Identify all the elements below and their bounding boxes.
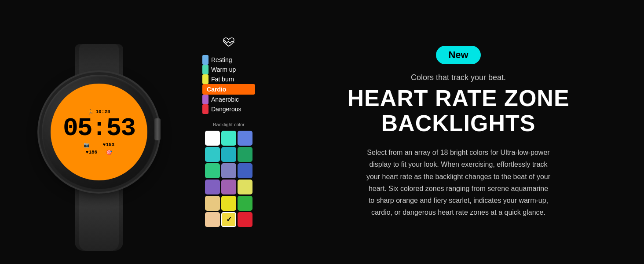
zone-label-anaerobic: Anaerobic: [211, 96, 239, 103]
color-cell-9[interactable]: [205, 180, 220, 194]
text-section: New Colors that track your beat. HEART R…: [273, 28, 644, 236]
color-cell-7[interactable]: [221, 163, 236, 178]
zone-color-dangerous: [202, 104, 209, 114]
watch-screen: 🏃 10:28 05:53 📷 ♥153 ♥186 🎯: [51, 84, 147, 180]
color-cell-13[interactable]: [221, 196, 236, 211]
watch-bottom-row: ♥186 🎯: [86, 150, 112, 155]
color-cell-4[interactable]: [221, 147, 236, 162]
color-cell-16[interactable]: [221, 212, 236, 227]
watch-wrapper: 🏃 10:28 05:53 📷 ♥153 ♥186 🎯: [20, 18, 178, 246]
color-cell-6[interactable]: [205, 163, 220, 178]
color-cell-11[interactable]: [238, 180, 252, 194]
zone-label-warmup: Warm up: [211, 66, 236, 73]
zone-color-resting: [202, 55, 209, 65]
zone-item-warmup[interactable]: Warm up: [202, 65, 255, 74]
zone-label-fatburn: Fat burn: [211, 76, 234, 83]
zone-item-fatburn[interactable]: Fat burn: [202, 74, 255, 84]
color-cell-14[interactable]: [238, 196, 252, 211]
zone-item-dangerous[interactable]: Dangerous: [202, 104, 255, 114]
color-cell-17[interactable]: [238, 212, 252, 227]
subtitle: Colors that track your beat.: [411, 73, 506, 82]
backlight-label: Backlight color: [213, 122, 245, 127]
zone-item-anaerobic[interactable]: Anaerobic: [202, 95, 255, 104]
color-cell-10[interactable]: [221, 180, 236, 194]
color-cell-8[interactable]: [238, 163, 252, 178]
zones-list: Resting Warm up Fat burn Cardio Anaerobi…: [202, 55, 255, 114]
color-cell-0[interactable]: [205, 131, 220, 146]
zones-section: Resting Warm up Fat burn Cardio Anaerobi…: [185, 0, 273, 264]
page-container: 🏃 10:28 05:53 📷 ♥153 ♥186 🎯: [0, 0, 644, 264]
watch-time-big: 05:53: [63, 116, 135, 141]
color-cell-5[interactable]: [238, 147, 252, 162]
color-cell-1[interactable]: [221, 131, 236, 146]
color-cell-3[interactable]: [205, 147, 220, 162]
description: Select from an array of 18 bright colors…: [366, 147, 551, 218]
heart-rate-icon: [223, 37, 235, 50]
zone-label-cardio: Cardio: [207, 86, 226, 93]
watch-body: 🏃 10:28 05:53 📷 ♥153 ♥186 🎯: [37, 70, 161, 194]
color-grid: [205, 131, 252, 227]
watch-section: 🏃 10:28 05:53 📷 ♥153 ♥186 🎯: [0, 0, 185, 264]
watch-crown: [154, 118, 161, 140]
color-cell-15[interactable]: [205, 212, 220, 227]
zone-label-resting: Resting: [211, 56, 232, 63]
watch-middle-row: 📷 ♥153: [84, 142, 114, 148]
zone-color-anaerobic: [202, 95, 209, 104]
watch-case: 🏃 10:28 05:53 📷 ♥153 ♥186 🎯: [42, 75, 156, 189]
zone-item-resting[interactable]: Resting: [202, 55, 255, 65]
zone-color-fatburn: [202, 74, 209, 84]
main-title: HEART RATE ZONEBACKLIGHTS: [347, 86, 569, 136]
watch-target-icon: 🎯: [106, 150, 112, 155]
watch-heart-label: ♥153: [103, 142, 114, 147]
color-cell-12[interactable]: [205, 196, 220, 211]
zone-color-warmup: [202, 65, 209, 74]
color-cell-2[interactable]: [238, 131, 252, 146]
zone-item-cardio[interactable]: Cardio: [202, 84, 255, 95]
zone-label-dangerous: Dangerous: [211, 106, 242, 113]
watch-camera-icon: 📷: [84, 142, 90, 148]
watch-steps-label: ♥186: [86, 150, 97, 155]
watch-screen-content: 🏃 10:28 05:53 📷 ♥153 ♥186 🎯: [51, 84, 147, 180]
backlight-section: Backlight color: [205, 122, 252, 227]
new-badge: New: [436, 46, 480, 64]
